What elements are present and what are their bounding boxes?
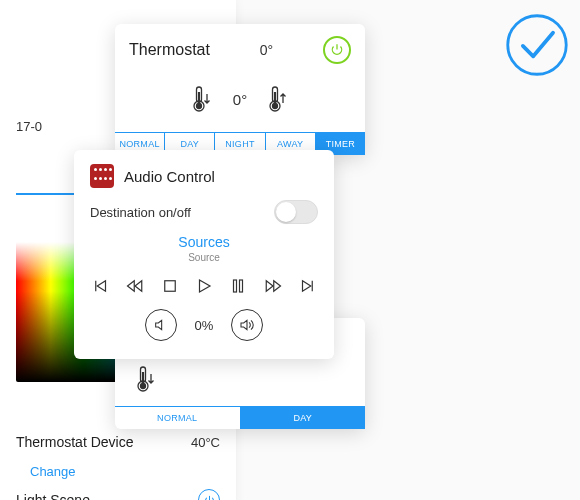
volume-down-button[interactable] [145,309,177,341]
skip-forward-icon[interactable] [298,277,316,295]
temp-down-button[interactable] [189,84,215,114]
svg-rect-19 [164,281,175,292]
source-sub-label: Source [90,252,318,263]
skip-back-icon[interactable] [92,277,110,295]
temp-up-button[interactable] [265,84,291,114]
volume-percent: 0% [195,318,214,333]
svg-marker-25 [302,281,310,292]
svg-marker-27 [155,320,161,329]
svg-point-5 [196,104,201,109]
thermostat2-mode-tabs: NORMAL DAY [115,406,365,429]
light-scene-power[interactable] [198,489,220,500]
destination-toggle[interactable] [274,200,318,224]
svg-marker-24 [273,281,280,292]
svg-marker-18 [135,281,142,292]
sources-link[interactable]: Sources [90,234,318,250]
audio-app-icon [90,164,114,188]
rewind-icon[interactable] [126,277,144,295]
destination-label: Destination on/off [90,205,191,220]
light-scene-label: Light Scene [16,492,90,500]
stop-icon[interactable] [161,277,179,295]
thermostat-set-temp: 0° [233,91,247,108]
thermostat-card: Thermostat 0° 0° NORMAL DAY NIGHT AWAY T… [115,24,365,155]
thermostat-title: Thermostat [129,41,210,59]
checkmark-badge-icon [504,12,570,78]
thermostat-current-temp: 0° [260,42,273,58]
volume-up-button[interactable] [231,309,263,341]
thermostat-device-label: Thermostat Device [16,434,133,450]
svg-marker-16 [97,281,105,292]
audio-control-title: Audio Control [124,168,215,185]
temp-down-button-2[interactable] [133,364,159,394]
light-scene-row: Light Scene [16,489,220,500]
svg-point-13 [141,384,146,389]
svg-point-29 [508,16,566,74]
fast-forward-icon[interactable] [264,277,282,295]
audio-control-card: Audio Control Destination on/off Sources… [74,150,334,359]
transport-controls [90,277,318,295]
id-fragment: 17-0 [16,119,42,134]
svg-point-9 [273,104,278,109]
mode-tab2-normal[interactable]: NORMAL [115,407,241,429]
pause-icon[interactable] [229,277,247,295]
thermostat-device-row: Thermostat Device 40°C [16,424,220,460]
change-link[interactable]: Change [16,460,220,489]
svg-rect-22 [240,280,243,292]
svg-marker-20 [199,280,210,292]
play-icon[interactable] [195,277,213,295]
thermostat-power-button[interactable] [323,36,351,64]
thermostat-device-temp: 40°C [191,435,220,450]
svg-marker-23 [266,281,273,292]
svg-rect-21 [234,280,237,292]
svg-marker-17 [128,281,135,292]
mode-tab2-day[interactable]: DAY [241,407,366,429]
svg-marker-28 [241,320,247,329]
